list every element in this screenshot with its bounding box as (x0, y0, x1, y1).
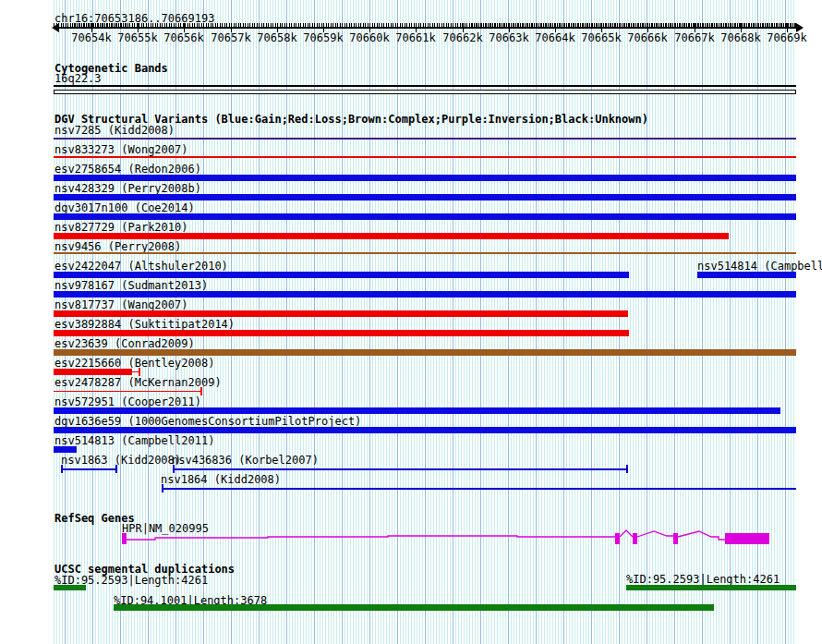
segdup-bar[interactable] (54, 585, 86, 590)
segdup-label: %ID:95.2593|Length:4261 (626, 574, 780, 585)
gene-exon-box[interactable] (725, 533, 769, 544)
gene-intron-line (678, 531, 725, 540)
gene-exon-box[interactable] (633, 533, 637, 544)
gene-structure-glyph[interactable] (0, 0, 822, 644)
segdup-bar[interactable] (626, 585, 796, 590)
gene-intron-line (620, 530, 633, 537)
gene-exon-box[interactable] (615, 533, 620, 544)
segdup-bar[interactable] (114, 604, 714, 611)
gene-intron-line (127, 536, 615, 540)
genome-browser-panel: chr16:70653186..70669193 70654k70655k706… (0, 0, 822, 644)
gene-exon-box[interactable] (673, 533, 678, 544)
gene-exon-box[interactable] (122, 533, 127, 544)
gene-intron-line (637, 531, 673, 537)
